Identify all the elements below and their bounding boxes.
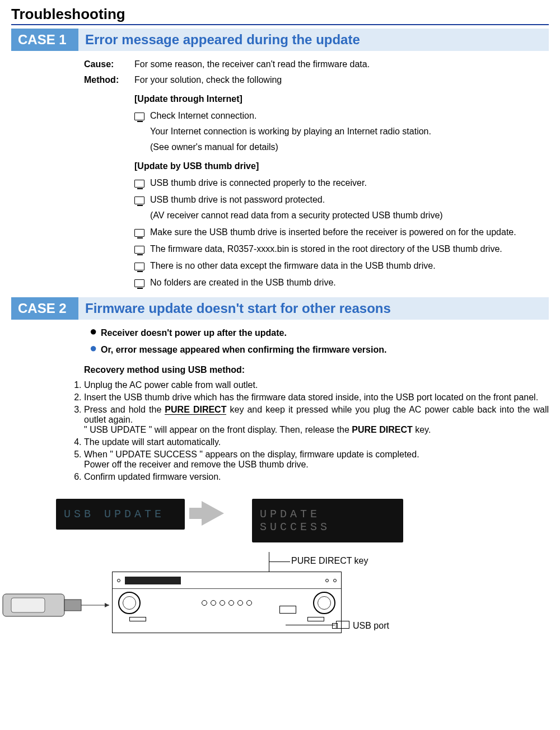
monitor-icon (134, 259, 150, 273)
step-4: The update will start automatically. (84, 437, 549, 447)
leader-line (269, 561, 290, 562)
recovery-heading: Recovery method using USB method: (84, 363, 543, 377)
step-1: Unplug the AC power cable from wall outl… (84, 380, 549, 390)
bullet-icon: ● (90, 326, 101, 336)
pure-direct-key-name: PURE DIRECT (165, 405, 226, 415)
step-5: When " UPDATE SUCCESS " appears on the d… (84, 450, 549, 470)
monitor-icon (134, 276, 150, 289)
monitor-icon (134, 176, 150, 190)
usb-note-1: (AV receiver cannot read data from a sec… (150, 209, 543, 222)
usb-check-1: USB thumb drive is connected properly to… (150, 176, 543, 190)
case1-body: Cause: For some reason, the receiver can… (11, 58, 549, 289)
case1-title: Error message appeared during the update (78, 29, 549, 51)
usb-check-5: There is no other data except the firmwa… (150, 259, 543, 273)
bullet-icon: ● (90, 343, 101, 353)
page-title: Troubleshooting (11, 6, 549, 25)
usb-check-2: USB thumb drive is not password protecte… (150, 193, 543, 207)
lcd-usb-update: USB UPDATE (56, 499, 185, 530)
method-text: For your solution, check the following (134, 73, 543, 87)
leader-line (286, 625, 335, 625)
usb-thumb-drive-icon (0, 591, 112, 619)
monitor-icon (134, 109, 150, 123)
internet-note-1: Your Internet connection is working by p… (150, 125, 543, 138)
usb-check-4: The firmware data, R0357-xxxx.bin is sto… (150, 242, 543, 256)
usb-check-6: No folders are created in the USB thumb … (150, 276, 543, 289)
internet-heading: [Update through Internet] (134, 92, 543, 106)
case2-header: CASE 2 Firmware update doesn't start for… (11, 297, 549, 320)
receiver-illustration (112, 572, 342, 633)
method-label: Method: (84, 73, 134, 87)
case2-title: Firmware update doesn't start for other … (78, 297, 549, 320)
svg-marker-4 (105, 603, 109, 607)
case2-body: ● Receiver doesn't power up after the up… (11, 326, 549, 377)
cause-label: Cause: (84, 58, 134, 71)
case2-badge: CASE 2 (11, 297, 78, 320)
usb-port-icon (336, 621, 349, 629)
svg-rect-1 (11, 598, 45, 612)
internet-note-2: (See owner's manual for details) (150, 141, 543, 154)
usb-check-3: Make sure the USB thumb drive is inserte… (150, 226, 543, 239)
case1-badge: CASE 1 (11, 29, 78, 51)
usb-port-label: USB port (353, 621, 389, 631)
bullet-2: Or, error message appeared when confirmi… (101, 343, 543, 357)
pure-direct-label: PURE DIRECT key (291, 556, 368, 566)
recovery-steps: Unplug the AC power cable from wall outl… (84, 380, 549, 482)
monitor-icon (134, 193, 150, 207)
pure-direct-key-name: PURE DIRECT (352, 425, 412, 434)
arrow-icon (202, 501, 224, 526)
step-2: Insert the USB thumb drive which has the… (84, 392, 549, 403)
case1-header: CASE 1 Error message appeared during the… (11, 29, 549, 51)
monitor-icon (134, 226, 150, 239)
diagram: USB UPDATE UPDATE SUCCESS PURE DIRECT ke… (11, 499, 549, 644)
usb-heading: [Update by USB thumb drive] (134, 160, 543, 173)
svg-rect-2 (64, 600, 81, 611)
monitor-icon (134, 242, 150, 256)
bullet-1: Receiver doesn't power up after the upda… (101, 326, 543, 340)
lcd-update-success: UPDATE SUCCESS (252, 499, 403, 542)
internet-check-1: Check Internet connection. (150, 109, 543, 123)
step-6: Confirm updated firmware version. (84, 472, 549, 482)
cause-text: For some reason, the receiver can't read… (134, 58, 543, 71)
step-3: Press and hold the PURE DIRECT key and k… (84, 405, 549, 435)
